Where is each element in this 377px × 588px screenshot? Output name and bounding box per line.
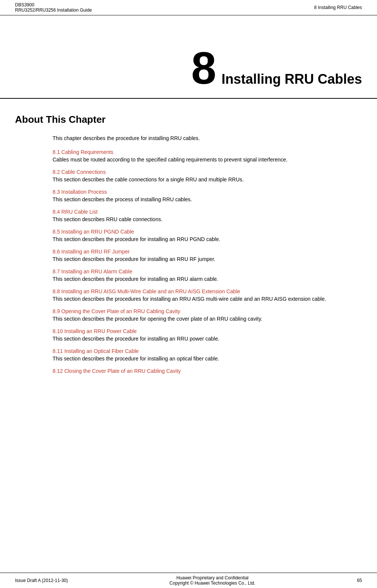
toc-link-3[interactable]: 8.4 RRU Cable List [53,209,362,215]
toc-desc-0: Cables must be routed according to the s… [53,157,288,163]
header-left: DBS3900 RRU3252/RRU3256 Installation Gui… [15,2,92,13]
chapter-title: Installing RRU Cables [222,71,362,87]
chapter-number: 8 [191,43,216,93]
header-doc-title: RRU3252/RRU3256 Installation Guide [15,8,92,13]
toc-item-3: 8.4 RRU Cable List This section describe… [53,209,362,223]
toc-desc-7: This section describes the procedures fo… [53,296,326,302]
toc-item-2: 8.3 Installation Process This section de… [53,189,362,204]
toc-desc-3: This section describes RRU cable connect… [53,216,163,222]
toc-link-9[interactable]: 8.10 Installing an RRU Power Cable [53,328,362,334]
footer-proprietary: Huawei Proprietary and Confidential [68,575,357,580]
toc-link-8[interactable]: 8.9 Opening the Cover Plate of an RRU Ca… [53,308,362,314]
toc-link-11[interactable]: 8.12 Closing the Cover Plate of an RRU C… [53,368,362,374]
toc-item-6: 8.7 Installing an RRU Alarm Cable This s… [53,268,362,283]
toc-item-8: 8.9 Opening the Cover Plate of an RRU Ca… [53,308,362,323]
chapter-title-area: 8 Installing RRU Cables [0,15,377,99]
footer-center: Huawei Proprietary and Confidential Copy… [68,575,357,586]
toc-desc-6: This section describes the procedure for… [53,276,218,282]
toc-desc-9: This section describes the procedure for… [53,336,219,342]
toc-desc-2: This section describes the process of in… [53,196,192,202]
toc-item-4: 8.5 Installing an RRU PGND Cable This se… [53,229,362,243]
toc-desc-10: This section describes the procedure for… [53,356,219,362]
toc-link-2[interactable]: 8.3 Installation Process [53,189,362,195]
toc-link-6[interactable]: 8.7 Installing an RRU Alarm Cable [53,268,362,274]
footer-issue: Issue Draft A (2012-11-30) [15,578,68,583]
toc-item-9: 8.10 Installing an RRU Power Cable This … [53,328,362,343]
toc-link-7[interactable]: 8.8 Installing an RRU AISG Multi-Wire Ca… [53,288,362,294]
toc-item-1: 8.2 Cable Connections This section descr… [53,169,362,184]
toc-desc-1: This section describes the cable connect… [53,176,244,182]
about-heading: About This Chapter [15,114,362,125]
toc-item-0: 8.1 Cabling Requirements Cables must be … [53,149,362,164]
toc-link-10[interactable]: 8.11 Installing an Optical Fiber Cable [53,348,362,354]
toc-item-10: 8.11 Installing an Optical Fiber Cable T… [53,348,362,363]
toc-item-5: 8.6 Installing an RRU RF Jumper This sec… [53,249,362,263]
page-footer: Issue Draft A (2012-11-30) Huawei Propri… [0,573,377,588]
toc-link-0[interactable]: 8.1 Cabling Requirements [53,149,362,155]
toc-desc-4: This section describes the procedure for… [53,236,220,242]
footer-copyright: Copyright © Huawei Technologies Co., Ltd… [68,580,357,586]
about-section: About This Chapter This chapter describe… [0,114,377,374]
page-header: DBS3900 RRU3252/RRU3256 Installation Gui… [0,0,377,15]
intro-text: This chapter describes the procedure for… [53,134,362,142]
toc-link-4[interactable]: 8.5 Installing an RRU PGND Cable [53,229,362,235]
toc-link-1[interactable]: 8.2 Cable Connections [53,169,362,175]
toc-desc-8: This section describes the procedure for… [53,316,262,322]
toc-link-5[interactable]: 8.6 Installing an RRU RF Jumper [53,249,362,255]
footer-page-number: 65 [357,578,362,583]
toc-item-11: 8.12 Closing the Cover Plate of an RRU C… [53,368,362,374]
header-doc-id: DBS3900 [15,2,92,8]
toc-item-7: 8.8 Installing an RRU AISG Multi-Wire Ca… [53,288,362,303]
header-right: 8 Installing RRU Cables [314,5,362,10]
toc-desc-5: This section describes the procedure for… [53,256,215,262]
